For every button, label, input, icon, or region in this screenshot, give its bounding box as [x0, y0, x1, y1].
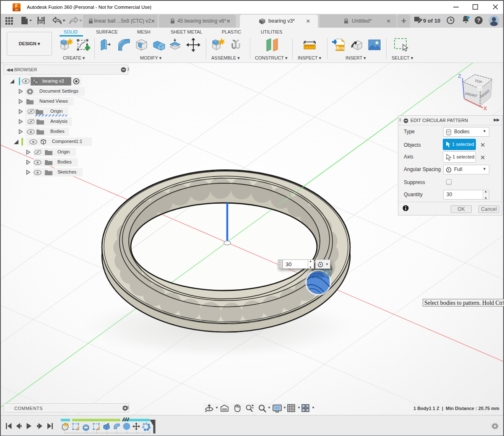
svg-text:F: F — [15, 4, 18, 8]
svg-text:?: ? — [477, 17, 481, 23]
svg-text:360: 360 — [15, 9, 18, 11]
svg-text:Z: Z — [458, 73, 461, 79]
svg-text:X: X — [483, 105, 487, 112]
